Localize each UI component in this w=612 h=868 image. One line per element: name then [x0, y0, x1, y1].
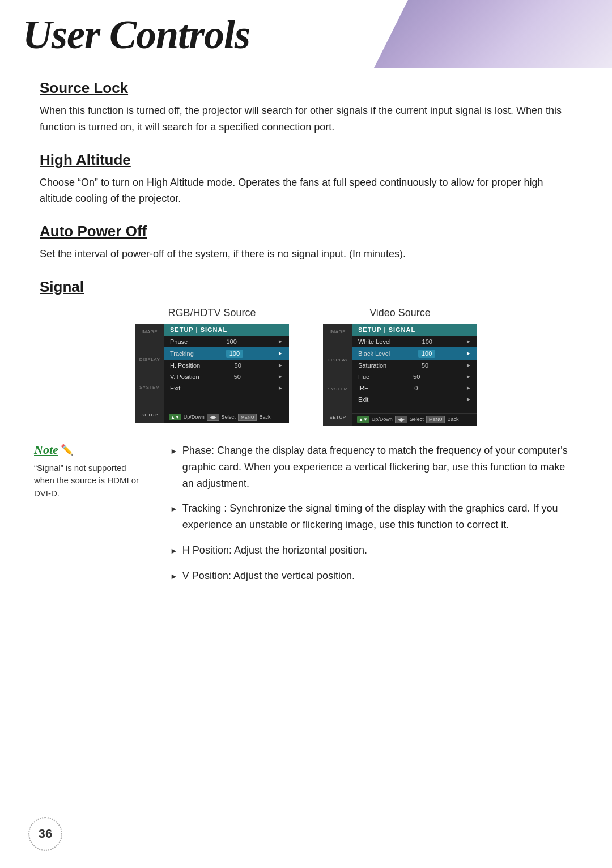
video-black-arrow: ► [466, 350, 471, 356]
video-row-hue: Hue 50 ► [352, 371, 477, 382]
rgb-vpos-name: V. Position [170, 373, 199, 380]
bullet-vpos-text: V Position: Adjust the vertical position… [182, 568, 355, 584]
video-select-btn: ◀▶ [395, 416, 407, 423]
note-and-bullets: Note ✏️ “Signal” is not supported when t… [34, 442, 578, 593]
page-title: User Controls [23, 11, 250, 58]
video-updown-icon: ▲▼ [357, 416, 369, 423]
video-sidebar-system: SYSTEM [325, 385, 350, 393]
page-number-container: 36 [28, 817, 62, 851]
header-decoration [374, 0, 612, 68]
source-lock-section: Source Lock When this function is turned… [34, 79, 578, 135]
signal-panels: RGB/HDTV Source IMAGE DISPLAY SYSTEM SET… [34, 307, 578, 426]
rgb-tracking-arrow: ► [278, 350, 283, 356]
video-back-label: Back [447, 416, 458, 422]
video-white-value: 100 [422, 338, 432, 345]
video-sidebar-display: DISPLAY [325, 356, 350, 364]
high-altitude-title: High Altitude [34, 151, 578, 169]
video-hue-arrow: ► [466, 373, 471, 380]
video-row-white: White Level 100 ► [352, 336, 477, 347]
rgb-panel-label: RGB/HDTV Source [168, 307, 256, 319]
video-saturation-name: Saturation [358, 362, 386, 369]
rgb-hpos-value: 50 [235, 362, 241, 369]
high-altitude-body: Choose “On” to turn on High Altitude mod… [34, 175, 578, 207]
video-sidebar-setup: SETUP [325, 414, 350, 421]
video-black-name: Black Level [358, 350, 390, 357]
rgb-tracking-value: 100 [226, 350, 243, 358]
bullet-arrow-1: ► [170, 445, 178, 457]
pencil-icon: ✏️ [61, 444, 73, 456]
video-panel: Video Source IMAGE DISPLAY SYSTEM SETUP … [323, 307, 477, 426]
video-menu-header: SETUP | SIGNAL [352, 324, 477, 336]
rgb-panel: RGB/HDTV Source IMAGE DISPLAY SYSTEM SET… [135, 307, 289, 426]
bullet-arrow-3: ► [170, 544, 178, 557]
rgb-row-hpos: H. Position 50 ► [164, 360, 289, 371]
video-white-arrow: ► [466, 338, 471, 344]
video-exit-name: Exit [358, 396, 368, 403]
note-text: “Signal” is not supported when the sourc… [34, 462, 147, 500]
auto-power-off-title: Auto Power Off [34, 223, 578, 240]
video-select-label: Select [410, 416, 424, 422]
rgb-menu-btn: MENU [238, 414, 257, 421]
video-panel-label: Video Source [369, 307, 431, 319]
sidebar-system: SYSTEM [137, 384, 162, 391]
bullet-tracking-text: Tracking : Synchronize the signal timing… [182, 500, 578, 533]
rgb-tracking-name: Tracking [170, 350, 194, 357]
rgb-vpos-arrow: ► [278, 373, 283, 380]
high-altitude-section: High Altitude Choose “On” to turn on Hig… [34, 151, 578, 207]
bullet-hpos-text: H Position: Adjust the horizontal positi… [182, 542, 367, 559]
bullet-phase-text: Phase: Change the display data frequency… [182, 442, 578, 491]
page-number: 36 [28, 817, 62, 851]
rgb-exit-name: Exit [170, 385, 180, 392]
video-exit-arrow: ► [466, 396, 471, 402]
rgb-menu-footer: ▲▼ Up/Down ◀▶ Select MENU Back [164, 411, 289, 423]
signal-section: Signal RGB/HDTV Source IMAGE DISPLAY SYS… [34, 278, 578, 426]
video-row-exit: Exit ► [352, 394, 477, 405]
bullets-section: ► Phase: Change the display data frequen… [170, 442, 578, 593]
bullet-arrow-4: ► [170, 570, 178, 582]
rgb-sidebar: IMAGE DISPLAY SYSTEM SETUP [135, 324, 164, 423]
rgb-phase-name: Phase [170, 338, 188, 345]
video-menu-btn: MENU [426, 416, 445, 423]
rgb-row-vpos: V. Position 50 ► [164, 371, 289, 382]
video-ire-value: 0 [414, 385, 418, 392]
rgb-menu-panel: SETUP | SIGNAL Phase 100 ► Tracking 100 … [164, 324, 289, 423]
video-row-saturation: Saturation 50 ► [352, 360, 477, 371]
note-title-row: Note ✏️ [34, 442, 147, 457]
rgb-menu-header: SETUP | SIGNAL [164, 324, 289, 336]
video-updown-label: Up/Down [372, 416, 393, 422]
note-label: Note [34, 442, 58, 457]
video-ire-arrow: ► [466, 385, 471, 391]
rgb-phase-arrow: ► [278, 338, 283, 344]
video-menu-panel: SETUP | SIGNAL White Level 100 ► Black L… [352, 324, 477, 426]
source-lock-title: Source Lock [34, 79, 578, 97]
bullet-tracking: ► Tracking : Synchronize the signal timi… [170, 500, 578, 533]
rgb-select-label: Select [222, 414, 236, 420]
rgb-vpos-value: 50 [234, 373, 241, 380]
bullet-arrow-2: ► [170, 503, 178, 515]
rgb-row-phase: Phase 100 ► [164, 336, 289, 347]
rgb-panel-container: IMAGE DISPLAY SYSTEM SETUP SETUP | SIGNA… [135, 324, 289, 423]
auto-power-off-section: Auto Power Off Set the interval of power… [34, 223, 578, 262]
video-row-ire: IRE 0 ► [352, 382, 477, 394]
rgb-row-tracking: Tracking 100 ► [164, 347, 289, 360]
note-box: Note ✏️ “Signal” is not supported when t… [34, 442, 147, 593]
video-row-black: Black Level 100 ► [352, 347, 477, 360]
sidebar-display: DISPLAY [137, 356, 162, 363]
signal-title: Signal [34, 278, 578, 296]
video-saturation-arrow: ► [466, 362, 471, 368]
video-white-name: White Level [358, 338, 390, 345]
video-saturation-value: 50 [422, 362, 428, 369]
rgb-hpos-name: H. Position [170, 362, 200, 369]
rgb-updown-icon: ▲▼ [169, 414, 181, 420]
rgb-updown-label: Up/Down [184, 414, 205, 420]
bullet-hpos: ► H Position: Adjust the horizontal posi… [170, 542, 578, 559]
rgb-hpos-arrow: ► [278, 362, 283, 368]
page-header: User Controls 8001 [0, 0, 612, 68]
video-black-value: 100 [418, 350, 435, 358]
video-sidebar-image: IMAGE [325, 328, 350, 335]
video-menu-footer: ▲▼ Up/Down ◀▶ Select MENU Back [352, 413, 477, 426]
rgb-row-exit: Exit ► [164, 382, 289, 394]
rgb-phase-value: 100 [226, 338, 236, 345]
video-ire-name: IRE [358, 385, 368, 392]
video-panel-container: IMAGE DISPLAY SYSTEM SETUP SETUP | SIGNA… [323, 324, 477, 426]
